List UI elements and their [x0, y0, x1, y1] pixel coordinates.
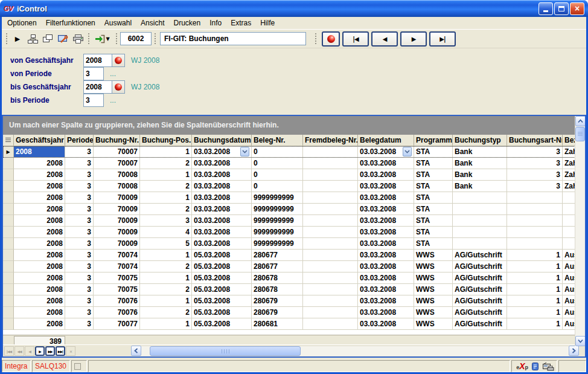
screen-number-field[interactable]	[120, 32, 152, 45]
table-row[interactable]: 2008370009103.03.2008999999999903.03.200…	[3, 192, 586, 204]
refresh-button[interactable]	[322, 31, 340, 47]
cell[interactable]: 05.03.2008	[192, 307, 252, 318]
cell[interactable]: Bank	[453, 169, 507, 181]
cell[interactable]: 03.03.2008	[358, 181, 414, 192]
horizontal-scrollbar[interactable]	[131, 346, 579, 356]
cell[interactable]: 05.03.2008	[192, 272, 252, 284]
table-row[interactable]: 2008370075205.03.200828067803.03.2008WWS…	[3, 284, 586, 295]
cell[interactable]: 3	[507, 158, 563, 169]
cell[interactable]: 1	[507, 284, 563, 295]
row-gutter[interactable]	[3, 181, 14, 192]
nav-last-button[interactable]: ▶▶|	[56, 346, 65, 356]
close-button[interactable]: ×	[570, 2, 584, 15]
cell[interactable]: STA	[414, 215, 453, 227]
row-gutter[interactable]	[3, 169, 14, 181]
cell[interactable]: 70009	[94, 238, 140, 250]
hierarchy-button[interactable]	[25, 31, 40, 46]
cell[interactable]: 1	[507, 295, 563, 307]
cell[interactable]: 2	[140, 158, 192, 169]
cell[interactable]: 03.03.2008	[358, 295, 414, 307]
row-gutter[interactable]	[3, 284, 14, 295]
cell[interactable]: Bank	[453, 158, 507, 169]
cell[interactable]: 1	[507, 318, 563, 330]
column-header-4[interactable]: Buchungsdatum	[192, 135, 252, 146]
export-icon[interactable]: eXp	[516, 361, 528, 371]
nav-cancel-button[interactable]: ×	[66, 346, 75, 356]
cell[interactable]: 03.03.2008	[192, 146, 252, 158]
status-checkbox[interactable]	[74, 363, 81, 370]
cell[interactable]: 0	[252, 146, 303, 158]
cell[interactable]: AG/Gutschrift	[453, 250, 507, 261]
cell[interactable]	[303, 204, 358, 215]
cell[interactable]: 3	[65, 238, 94, 250]
field-input-1[interactable]	[84, 68, 103, 80]
screen-title-field[interactable]	[160, 32, 306, 45]
row-indicator[interactable]: ▶	[3, 146, 14, 158]
cell[interactable]: WWS	[414, 284, 453, 295]
menu-item-1[interactable]: Filterfunktionen	[46, 19, 95, 27]
cell[interactable]: 3	[65, 284, 94, 295]
cell[interactable]: 2008	[14, 215, 65, 227]
cell[interactable]: 70075	[94, 284, 140, 295]
cell[interactable]: 70076	[94, 295, 140, 307]
minimize-button[interactable]	[538, 2, 553, 15]
table-row[interactable]: 2008370076105.03.200828067903.03.2008WWS…	[3, 295, 586, 307]
cell[interactable]	[507, 215, 563, 227]
cell[interactable]	[303, 318, 358, 330]
cell[interactable]	[453, 238, 507, 250]
cell[interactable]: 3	[65, 272, 94, 284]
cell[interactable]: 280677	[252, 261, 303, 272]
table-row[interactable]: 2008370008103.03.2008003.03.2008STABank3…	[3, 169, 586, 181]
cell[interactable]: 1	[507, 250, 563, 261]
cell[interactable]: 2008	[14, 158, 65, 169]
cell[interactable]	[303, 181, 358, 192]
lookup-button[interactable]	[112, 54, 124, 66]
cell[interactable]: 280678	[252, 272, 303, 284]
cell[interactable]: 03.03.2008	[358, 284, 414, 295]
row-gutter[interactable]	[3, 250, 14, 261]
table-row[interactable]: 2008370074105.03.200828067703.03.2008WWS…	[3, 250, 586, 261]
scroll-right-button[interactable]	[569, 346, 579, 356]
cell[interactable]: 4	[140, 227, 192, 238]
cell[interactable]: 2	[140, 204, 192, 215]
cell[interactable]: 03.03.2008	[358, 238, 414, 250]
maximize-button[interactable]	[554, 2, 569, 15]
cell[interactable]	[303, 250, 358, 261]
cell[interactable]: STA	[414, 158, 453, 169]
cell[interactable]: 3	[65, 227, 94, 238]
cell[interactable]: 03.03.2008	[358, 204, 414, 215]
exit-button[interactable]: ▼	[92, 31, 113, 46]
cell[interactable]: 1	[140, 250, 192, 261]
column-header-6[interactable]: Fremdbeleg-Nr.	[303, 135, 358, 146]
cell[interactable]: AG/Gutschrift	[453, 261, 507, 272]
cell[interactable]: 280679	[252, 295, 303, 307]
row-gutter[interactable]	[3, 295, 14, 307]
row-gutter[interactable]	[3, 158, 14, 169]
cell[interactable]: 70008	[94, 169, 140, 181]
cell[interactable]: 3	[65, 158, 94, 169]
cell[interactable]: 280677	[252, 250, 303, 261]
cell[interactable]: AG/Gutschrift	[453, 272, 507, 284]
cell[interactable]: WWS	[414, 295, 453, 307]
column-header-1[interactable]: Periode	[65, 135, 94, 146]
scroll-left-button[interactable]	[131, 346, 141, 356]
nav-next-button[interactable]: ▶	[400, 31, 427, 47]
cell[interactable]: 0	[252, 181, 303, 192]
cell[interactable]: 2	[140, 181, 192, 192]
cell[interactable]: 280679	[252, 307, 303, 318]
menu-item-2[interactable]: Auswahl	[104, 19, 132, 27]
log-icon[interactable]	[531, 362, 539, 371]
grid-corner-button[interactable]	[3, 135, 14, 146]
cell[interactable]	[453, 215, 507, 227]
row-gutter[interactable]	[3, 227, 14, 238]
vscroll-thumb[interactable]	[575, 127, 585, 141]
cell[interactable]: 2	[140, 261, 192, 272]
cell[interactable]: 1	[507, 307, 563, 318]
scroll-down-button[interactable]	[575, 336, 586, 346]
column-header-9[interactable]: Buchungstyp	[453, 135, 507, 146]
cell[interactable]: 03.03.2008	[358, 192, 414, 204]
table-row[interactable]: 2008370007203.03.2008003.03.2008STABank3…	[3, 158, 586, 169]
cell[interactable]: 1	[140, 318, 192, 330]
menu-item-7[interactable]: Hilfe	[260, 19, 275, 27]
cell[interactable]: WWS	[414, 318, 453, 330]
